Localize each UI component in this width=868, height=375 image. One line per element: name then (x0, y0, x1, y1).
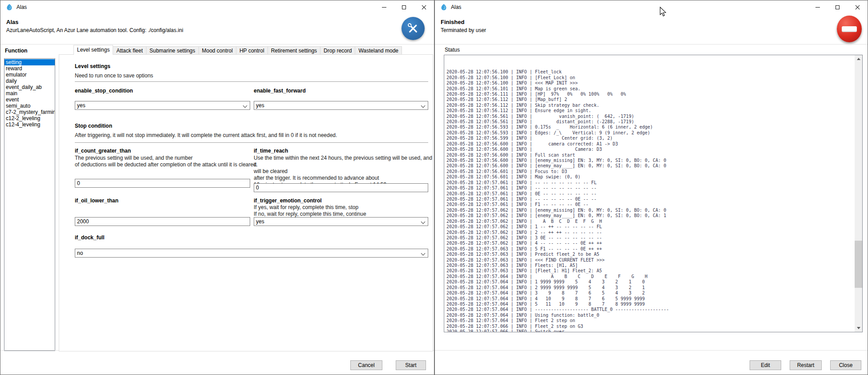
edit-button[interactable]: Edit (750, 360, 781, 370)
log-line: 2020-05-28 12:07:57.062 | INFO | 2 -- ++… (446, 230, 854, 235)
close-button[interactable] (414, 0, 434, 14)
function-item-emulator[interactable]: emulator (4, 72, 55, 78)
scrollbar-thumb[interactable] (855, 241, 862, 288)
page-heading-desc: Need to run once to save options (75, 73, 153, 79)
cancel-button[interactable]: Cancel (350, 360, 382, 370)
dialog-title: Alas (6, 19, 18, 25)
log-line: 2020-05-28 12:07:57.064 | INFO | Fleet 2… (446, 318, 854, 323)
log-line: 2020-05-28 12:07:57.064 | INFO | A B C D… (446, 274, 854, 279)
if-trigger-emotion-control-value: yes (256, 218, 264, 225)
minimize-icon (382, 7, 386, 8)
minimize-button[interactable] (374, 0, 394, 14)
if-oil-lower-than-label: if_oil_lower_than (75, 198, 118, 204)
log-line: 2020-05-28 12:07:57.066 | INFO | Switch … (446, 329, 854, 332)
tab-wasteland-mode[interactable]: Wasteland mode (355, 46, 402, 55)
enable-stop-condition-label: enable_stop_condition (75, 88, 133, 94)
if-time-reach-label: if_time_reach (254, 148, 288, 154)
function-list: setting reward emulator daily event_dail… (4, 58, 55, 351)
header-divider (435, 44, 868, 44)
log-line: 2020-05-28 12:07:56.600 | INFO | Full sc… (446, 153, 854, 158)
function-item-c12-4-leveling[interactable]: c12-4_leveling (4, 121, 55, 128)
log-line: 2020-05-28 12:07:57.063 | INFO | Fleets:… (446, 263, 854, 268)
log-line: 2020-05-28 12:07:56.600 | INFO | [enemy_… (446, 158, 854, 163)
scroll-up-button[interactable] (855, 55, 862, 63)
log-line: 2020-05-28 12:07:57.064 | INFO | Using f… (446, 313, 854, 318)
alas-log-window: Alas Finished Terminated by user Status … (434, 0, 868, 375)
log-line: 2020-05-28 12:07:57.061 | INFO | -- -- -… (446, 197, 854, 202)
function-item-c7-2-mystery-farming[interactable]: c7-2_mystery_farming (4, 109, 55, 115)
chevron-down-icon (421, 251, 426, 256)
enable-fast-forward-label: enable_fast_forward (254, 88, 306, 94)
log-line: 2020-05-28 12:07:57.061 | INFO | 0E -- -… (446, 191, 854, 197)
log-scrollbar[interactable] (855, 55, 862, 332)
log-line: 2020-05-28 12:07:57.062 | INFO | [enemy_… (446, 213, 854, 218)
tab-retirement-settings[interactable]: Retirement settings (268, 46, 320, 55)
function-item-daily[interactable]: daily (4, 78, 55, 84)
alas-logo-icon (440, 4, 447, 11)
wrench-icon (406, 21, 420, 36)
log-line: 2020-05-28 12:07:57.064 | INFO | 4 10 9 … (446, 296, 854, 302)
log-output[interactable]: 2020-05-28 12:07:56.100 | INFO | Fleet_l… (446, 55, 854, 332)
triangle-up-icon (857, 58, 860, 60)
tab-hp-control[interactable]: HP control (236, 46, 268, 55)
function-item-event[interactable]: event (4, 97, 55, 103)
tab-drop-record[interactable]: Drop record (320, 46, 355, 55)
minimize-button[interactable] (807, 0, 827, 14)
if-time-reach-input[interactable] (254, 183, 428, 192)
enable-stop-condition-value: yes (77, 102, 85, 109)
stop-condition-desc: After triggering, it will not stop immed… (75, 132, 337, 138)
alas-logo-icon (6, 4, 13, 11)
if-dock-full-label: if_dock_full (75, 234, 105, 241)
log-line: 2020-05-28 12:07:57.063 | INFO | Predict… (446, 252, 854, 257)
status-log-box: 2020-05-28 12:07:56.100 | INFO | Fleet_l… (444, 55, 863, 332)
function-item-setting[interactable]: setting (4, 59, 55, 65)
log-line: 2020-05-28 12:07:57.063 | INFO | [Fleet_… (446, 268, 854, 274)
if-oil-lower-than-input[interactable] (75, 217, 250, 226)
tab-submarine-settings[interactable]: Submarine settings (146, 46, 199, 55)
restart-button[interactable]: Restart (790, 360, 822, 370)
level-settings-page: Level settings Need to run once to save … (59, 54, 433, 351)
maximize-icon (836, 5, 840, 9)
scroll-down-button[interactable] (855, 324, 862, 332)
if-trigger-emotion-control-select[interactable]: yes (254, 217, 428, 226)
log-line: 2020-05-28 12:07:57.061 | INFO | -- -- -… (446, 180, 854, 185)
window-title: Alas (16, 4, 27, 10)
log-line: 2020-05-28 12:07:57.064 | INFO | -------… (446, 307, 854, 312)
log-line: 2020-05-28 12:07:57.062 | INFO | 4 -- --… (446, 241, 854, 246)
close-run-button[interactable]: Close (830, 360, 861, 370)
function-item-event-daily-ab[interactable]: event_daily_ab (4, 84, 55, 90)
stop-sign-icon (842, 26, 857, 32)
divider (75, 142, 428, 143)
alas-config-window: Alas Alas AzurLaneAutoScript, An Azur La… (0, 0, 434, 375)
function-item-c12-2-leveling[interactable]: c12-2_leveling (4, 115, 55, 121)
maximize-button[interactable] (827, 0, 848, 14)
function-item-semi-auto[interactable]: semi_auto (4, 103, 55, 109)
log-line: 2020-05-28 12:07:56.100 | INFO | [Fleet_… (446, 75, 854, 81)
maximize-button[interactable] (394, 0, 414, 14)
stopped-badge (837, 16, 862, 42)
log-line: 2020-05-28 12:07:56.111 | INFO | [HP] 97… (446, 92, 854, 97)
tab-level-settings[interactable]: Level settings (73, 45, 113, 55)
log-line: 2020-05-28 12:07:56.600 | INFO | camera … (446, 141, 854, 147)
triangle-down-icon (857, 327, 860, 329)
enable-stop-condition-select[interactable]: yes (75, 101, 250, 110)
if-count-greater-than-desc: The previous setting will be used, and t… (75, 155, 258, 168)
footer-divider (435, 350, 868, 351)
tab-mood-control[interactable]: Mood control (199, 46, 236, 55)
log-line: 2020-05-28 12:07:56.100 | INFO | <<< MAP… (446, 81, 854, 86)
log-line: 2020-05-28 12:07:56.593 | INFO | Edges: … (446, 130, 854, 136)
function-item-reward[interactable]: reward (4, 65, 55, 72)
if-count-greater-than-input[interactable] (75, 179, 250, 188)
if-dock-full-select[interactable]: no (75, 249, 428, 258)
close-button[interactable] (848, 0, 868, 14)
enable-fast-forward-value: yes (256, 102, 264, 109)
tab-attack-fleet[interactable]: Attack fleet (113, 46, 146, 55)
log-line: 2020-05-28 12:07:56.601 | INFO | Focus t… (446, 169, 854, 174)
function-item-main[interactable]: main (4, 90, 55, 97)
enable-fast-forward-select[interactable]: yes (254, 101, 428, 110)
log-line: 2020-05-28 12:07:56.600 | INFO | [enemy_… (446, 163, 854, 169)
log-line: 2020-05-28 12:07:57.061 | INFO | -- -- -… (446, 185, 854, 191)
start-button[interactable]: Start (396, 360, 426, 370)
log-line: 2020-05-28 12:07:56.112 | INFO | [Map_bu… (446, 97, 854, 102)
titlebar: Alas (435, 0, 868, 14)
